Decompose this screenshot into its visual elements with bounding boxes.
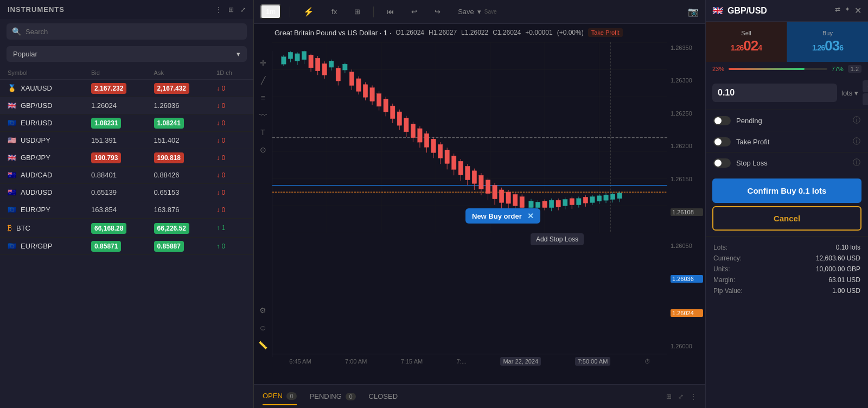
price-label: 1.26150 — [671, 176, 703, 182]
pair-header-icons: ⇄ ✦ ✕ — [835, 5, 861, 16]
take-profit-toggle-switch[interactable] — [713, 137, 731, 146]
take-profit-toggle-row: Take Profit ⓘ — [706, 131, 868, 152]
chevron-down-icon: ▾ — [237, 50, 240, 58]
spread-bar-fill — [729, 68, 805, 70]
timezone-icon[interactable]: ⏱ — [644, 358, 650, 365]
svg-rect-37 — [336, 68, 340, 81]
svg-rect-19 — [282, 57, 286, 64]
dots-icon[interactable]: ⋮ — [215, 6, 222, 14]
settings-icon[interactable]: ✦ — [845, 5, 850, 16]
settings-icon[interactable]: ⚙ — [256, 303, 270, 318]
layout-icon[interactable]: ⊞ — [350, 5, 365, 18]
units-detail-label: Units: — [713, 265, 730, 273]
list-item[interactable]: 🇪🇺 EUR/USD 1.08231 1.08241 ↓ 0 — [0, 114, 253, 132]
flag-icon: 🥇 — [8, 84, 16, 92]
chart-title: Great Britain Pound vs US Dollar · 1 · — [275, 29, 391, 37]
svg-rect-35 — [322, 63, 327, 75]
fx-icon[interactable]: fx — [327, 5, 341, 18]
list-item[interactable]: 🇦🇺 AUD/USD 0.65139 0.65153 ↓ 0 — [0, 184, 253, 201]
expand-icon[interactable]: ⤢ — [240, 6, 246, 14]
svg-rect-77 — [479, 175, 483, 189]
symbol-name: 🇺🇸 USD/JPY — [8, 136, 91, 144]
change-value: ↑ 0 — [216, 243, 246, 250]
timeframe-1m-button[interactable]: 1m — [260, 4, 281, 19]
lots-decrease-button[interactable]: − — [863, 93, 868, 105]
svg-rect-57 — [411, 124, 415, 138]
list-item[interactable]: 🥇 XAU/USD 2,167.232 2,167.432 ↓ 0 — [0, 80, 253, 97]
switch-icon[interactable]: ⇄ — [835, 5, 840, 16]
crosshair-icon[interactable]: ✛ — [256, 55, 270, 71]
symbol-name: 🇦🇺 AUD/CAD — [8, 171, 91, 179]
add-stop-loss-label: Add Stop Loss — [536, 235, 578, 243]
list-item[interactable]: 🇺🇸 USD/JPY 151.391 151.402 ↓ 0 — [0, 132, 253, 149]
pending-info-icon[interactable]: ⓘ — [853, 116, 860, 125]
confirm-buy-button[interactable]: Confirm Buy 0.1 lots — [712, 178, 861, 203]
stop-loss-info-icon[interactable]: ⓘ — [853, 158, 860, 168]
chart-bottom-tabs: OPEN 0 PENDING 0 CLOSED ⊞ ⤢ ⋮ — [254, 384, 705, 408]
text-icon[interactable]: T — [256, 125, 270, 140]
symbols-header: Symbol Bid Ask 1D ch — [0, 66, 253, 80]
bid-value: 0.65139 — [91, 188, 154, 196]
stop-loss-toggle-switch[interactable] — [713, 158, 731, 168]
list-icon[interactable]: ⊞ — [666, 393, 672, 400]
indicator-icon[interactable]: ⚡ — [299, 4, 318, 19]
sell-price-main: 02 — [743, 37, 758, 54]
price-label: 1.26300 — [671, 77, 703, 84]
brush-icon[interactable]: 〰 — [256, 107, 270, 123]
search-input[interactable] — [25, 28, 241, 36]
tab-open[interactable]: OPEN 0 — [263, 387, 297, 405]
undo-icon[interactable]: ↩ — [407, 5, 422, 18]
lots-increase-button[interactable]: + — [863, 80, 868, 92]
close-panel-button[interactable]: ✕ — [854, 5, 861, 16]
list-item[interactable]: 🇬🇧 GBP/USD 1.26024 1.26036 ↓ 0 — [0, 97, 253, 114]
list-item[interactable]: 🇪🇺 EUR/JPY 163.854 163.876 ↓ 0 — [0, 201, 253, 219]
pip-detail-label: Pip Value: — [713, 287, 743, 295]
col-change: 1D ch — [216, 69, 246, 76]
change-value: ↓ 0 — [216, 189, 246, 196]
go-to-start-icon[interactable]: ⏮ — [382, 5, 398, 18]
tab-pending[interactable]: PENDING 0 — [310, 388, 356, 405]
list-item[interactable]: 🇦🇺 AUD/CAD 0.88401 0.88426 ↓ 0 — [0, 167, 253, 184]
list-item[interactable]: ₿ BTC 66,168.28 66,226.52 ↑ 1 — [0, 219, 253, 238]
time-label: 7:00 AM — [345, 358, 367, 365]
save-sub: Save — [484, 9, 497, 15]
svg-rect-93 — [535, 202, 540, 208]
take-profit-info-icon[interactable]: ⓘ — [853, 137, 860, 146]
candlestick-chart[interactable] — [272, 42, 667, 352]
list-item[interactable]: 🇪🇺 EUR/GBP 0.85871 0.85887 ↑ 0 — [0, 238, 253, 255]
smiley-icon[interactable]: ☺ — [256, 320, 270, 335]
trend-line-icon[interactable]: ╱ — [256, 73, 270, 88]
price-label: 1.26000 — [671, 343, 703, 349]
new-buy-order-popup[interactable]: New Buy order ✕ — [465, 208, 540, 224]
pair-label: GBP/USD — [727, 6, 767, 16]
sell-button[interactable]: Sell 1.26024 — [706, 22, 787, 62]
buy-button[interactable]: Buy 1.26036 — [787, 22, 868, 62]
tab-closed[interactable]: CLOSED — [369, 388, 398, 405]
ohlc-bar: Great Britain Pound vs US Dollar · 1 · O… — [275, 28, 623, 37]
horizontal-line-icon[interactable]: ≡ — [256, 90, 270, 105]
pending-toggle-switch[interactable] — [713, 116, 731, 125]
ask-value: 151.402 — [154, 136, 217, 144]
close-buy-order-button[interactable]: ✕ — [527, 212, 534, 220]
svg-rect-69 — [452, 156, 456, 169]
instruments-panel: INSTRUMENTS ⋮ ⊞ ⤢ 🔍 Popular ▾ Symbol Bid… — [0, 0, 254, 408]
lots-input[interactable] — [712, 84, 837, 102]
filter-bar[interactable]: Popular ▾ — [7, 46, 247, 62]
redo-icon[interactable]: ↪ — [430, 5, 445, 18]
node-icon[interactable]: ⊙ — [256, 142, 270, 157]
expand-icon[interactable]: ⤢ — [678, 393, 684, 400]
cancel-button[interactable]: Cancel — [712, 206, 861, 231]
svg-rect-45 — [370, 88, 374, 101]
pip-detail-value: 1.00 USD — [832, 287, 860, 295]
camera-icon[interactable]: 📷 — [688, 7, 699, 17]
list-item[interactable]: 🇬🇧 GBP/JPY 190.793 190.818 ↓ 0 — [0, 149, 253, 167]
ruler-icon[interactable]: 📏 — [256, 337, 270, 353]
svg-rect-43 — [363, 85, 367, 97]
add-stop-loss-popup[interactable]: Add Stop Loss — [531, 233, 584, 245]
svg-rect-105 — [604, 195, 608, 200]
dots-icon[interactable]: ⋮ — [690, 393, 697, 400]
save-button[interactable]: Save ▾ Save — [458, 8, 496, 16]
change-value: ↓ 0 — [216, 85, 246, 92]
chart-area: 1m ⚡ fx ⊞ ⏮ ↩ ↪ Save ▾ Save 📷 Great Brit… — [254, 0, 705, 408]
grid-icon[interactable]: ⊞ — [228, 6, 234, 14]
